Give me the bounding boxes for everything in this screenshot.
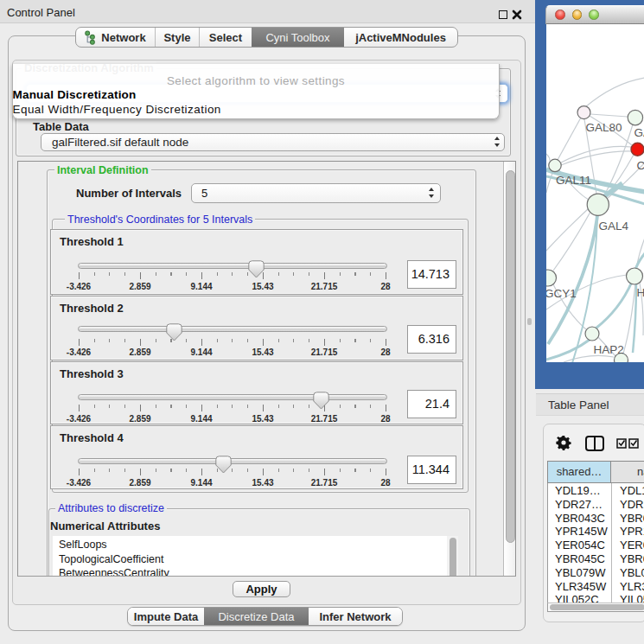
svg-text:H: H [636, 286, 644, 299]
svg-text:GAL11: GAL11 [556, 174, 591, 187]
svg-text:C: C [636, 159, 644, 172]
svg-text:GAL80: GAL80 [585, 121, 622, 134]
svg-text:GA: GA [634, 126, 644, 139]
svg-text:GCY1: GCY1 [546, 287, 577, 300]
svg-text:GAL4: GAL4 [598, 220, 628, 233]
svg-text:HAP2: HAP2 [593, 343, 623, 356]
